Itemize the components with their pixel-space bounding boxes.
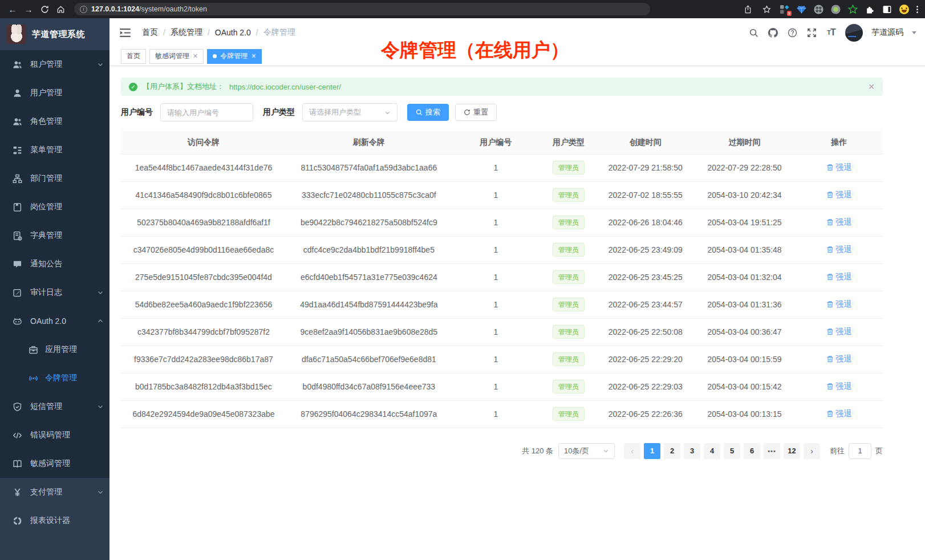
tab-close-icon[interactable]: ✕ (251, 53, 256, 59)
tab-home[interactable]: 首页 (121, 49, 146, 64)
reset-button[interactable]: 重置 (455, 104, 497, 121)
sidebar-item-tenant[interactable]: 租户管理 (0, 50, 109, 79)
search-button[interactable]: 搜索 (407, 104, 449, 121)
force-logout-button[interactable]: 强退 (826, 299, 851, 310)
breadcrumb-item[interactable]: 系统管理 (171, 27, 202, 38)
sidebar-item-post[interactable]: 岗位管理 (0, 193, 109, 221)
force-logout-button[interactable]: 强退 (826, 217, 851, 228)
github-icon[interactable] (768, 27, 778, 38)
sidebar-item-oauth2[interactable]: OAuth 2.0 (0, 307, 109, 335)
breadcrumb-separator: / (163, 28, 165, 37)
extension-puzzle-icon[interactable] (865, 5, 875, 14)
address-bar[interactable]: i 127.0.0.1:1024/system/oauth2/token (74, 3, 650, 15)
force-logout-button[interactable]: 强退 (826, 190, 851, 200)
table-header-row: 访问令牌刷新令牌用户编号用户类型创建时间过期时间操作 (121, 131, 883, 154)
sidebar-item-audit-log[interactable]: 审计日志 (0, 278, 109, 307)
sidebar-item-oauth2-app[interactable]: 应用管理 (0, 335, 109, 364)
user-name[interactable]: 芋道源码 (871, 27, 903, 38)
force-logout-button[interactable]: 强退 (826, 272, 851, 282)
force-logout-button[interactable]: 强退 (826, 409, 851, 419)
font-size-icon[interactable]: TT (826, 27, 837, 38)
force-logout-button[interactable]: 强退 (826, 382, 851, 392)
browser-toolbar: ← → i 127.0.0.1:1024/system/oauth2/token… (0, 0, 925, 18)
action-cell: 强退 (795, 318, 883, 346)
next-page-button[interactable]: › (804, 443, 820, 459)
force-logout-button[interactable]: 强退 (826, 245, 851, 255)
extension-sidebar-icon[interactable] (882, 5, 892, 14)
force-logout-button[interactable]: 强退 (826, 163, 851, 173)
access-token-cell: c347026e805e4d99b0d116eae66eda8c (121, 236, 286, 263)
user-id-input[interactable] (160, 103, 253, 121)
reload-icon[interactable] (39, 3, 50, 15)
sidebar-item-oauth2-token[interactable]: 令牌管理 (0, 364, 109, 392)
extension-emoji-icon[interactable] (899, 5, 909, 14)
tab-close-icon[interactable]: ✕ (193, 53, 198, 59)
page-button-2[interactable]: 2 (664, 443, 680, 459)
sidebar-item-sensitive-word[interactable]: 敏感词管理 (0, 449, 109, 478)
site-info-icon[interactable]: i (80, 6, 87, 13)
page-button-4[interactable]: 4 (704, 443, 720, 459)
sidebar-item-pay[interactable]: 支付管理 (0, 478, 109, 506)
sidebar-item-menu[interactable]: 菜单管理 (0, 136, 109, 164)
access-token-cell: 41c41346a548490f9dc8b01c6bfe0865 (121, 181, 286, 209)
share-icon[interactable] (742, 3, 753, 15)
extension-grid-icon[interactable]: 9 (780, 5, 789, 14)
collapse-sidebar-icon[interactable] (120, 28, 131, 38)
back-icon[interactable]: ← (7, 3, 18, 15)
action-cell: 强退 (795, 263, 883, 291)
page-button-3[interactable]: 3 (684, 443, 700, 459)
sidebar-item-report[interactable]: 报表设计器 (0, 506, 109, 535)
extension-gem-icon[interactable] (797, 5, 806, 14)
user-menu-caret-icon[interactable] (912, 31, 916, 36)
page-button-12[interactable]: 12 (784, 443, 800, 459)
prev-page-button[interactable]: ‹ (624, 443, 640, 459)
chevron-down-icon (97, 403, 104, 410)
home-icon[interactable] (55, 3, 66, 15)
trash-icon (826, 218, 834, 226)
banner-link[interactable]: https://doc.iocoder.cn/user-center/ (229, 83, 341, 91)
user-type-select[interactable]: 请选择用户类型 (302, 103, 397, 121)
sidebar-item-notice[interactable]: 通知公告 (0, 250, 109, 278)
page-button-6[interactable]: 6 (744, 443, 760, 459)
extension-record-icon[interactable] (831, 5, 841, 14)
more-pages-button[interactable]: ••• (764, 443, 780, 459)
action-cell: 强退 (795, 181, 883, 209)
fullscreen-icon[interactable] (806, 27, 817, 38)
sidebar-item-dept[interactable]: 部门管理 (0, 164, 109, 193)
forward-icon[interactable]: → (23, 3, 34, 15)
sidebar-item-sms[interactable]: 短信管理 (0, 392, 109, 421)
sidebar-item-label: OAuth 2.0 (30, 316, 97, 326)
message-icon (13, 259, 22, 269)
column-header: 用户类型 (540, 131, 597, 154)
sidebar-item-dict[interactable]: 字典管理 (0, 221, 109, 250)
browser-menu-icon[interactable] (916, 6, 918, 13)
sidebar-item-role[interactable]: 角色管理 (0, 107, 109, 136)
force-logout-button[interactable]: 强退 (826, 327, 851, 337)
extension-command-icon[interactable] (814, 5, 823, 14)
doc-banner: ✓ 【用户体系】文档地址： https://doc.iocoder.cn/use… (121, 78, 883, 96)
action-cell: 强退 (795, 346, 883, 373)
table-row: 54d6be82ee5a460a9aedc1f9bf22365649d1aa46… (121, 291, 883, 318)
search-icon[interactable] (748, 27, 759, 38)
user-avatar[interactable] (845, 24, 863, 42)
breadcrumb-item[interactable]: 首页 (142, 27, 158, 38)
force-logout-button[interactable]: 强退 (826, 354, 851, 364)
refresh-token-cell: 8796295f04064c2983414cc54af1097a (286, 400, 452, 428)
goto-page-input[interactable] (849, 443, 871, 459)
tab-sensitive-word[interactable]: 敏感词管理✕ (149, 49, 204, 64)
sidebar-item-user[interactable]: 用户管理 (0, 79, 109, 107)
app-logo-bar[interactable]: 芋道管理系统 (0, 18, 109, 50)
user-type-placeholder: 请选择用户类型 (309, 107, 361, 117)
page-button-1[interactable]: 1 (644, 443, 660, 459)
trash-icon (826, 383, 834, 390)
page-size-select[interactable]: 10条/页 (558, 443, 615, 459)
tab-token[interactable]: 令牌管理✕ (207, 49, 262, 64)
column-header: 访问令牌 (121, 131, 286, 154)
extension-star-icon[interactable] (848, 5, 858, 14)
sidebar-item-error-code[interactable]: 错误码管理 (0, 421, 109, 449)
bookmark-star-icon[interactable] (761, 3, 772, 15)
help-icon[interactable] (787, 27, 798, 38)
page-button-5[interactable]: 5 (724, 443, 740, 459)
breadcrumb-item[interactable]: OAuth 2.0 (215, 28, 251, 37)
banner-close-icon[interactable]: ✕ (868, 82, 875, 91)
